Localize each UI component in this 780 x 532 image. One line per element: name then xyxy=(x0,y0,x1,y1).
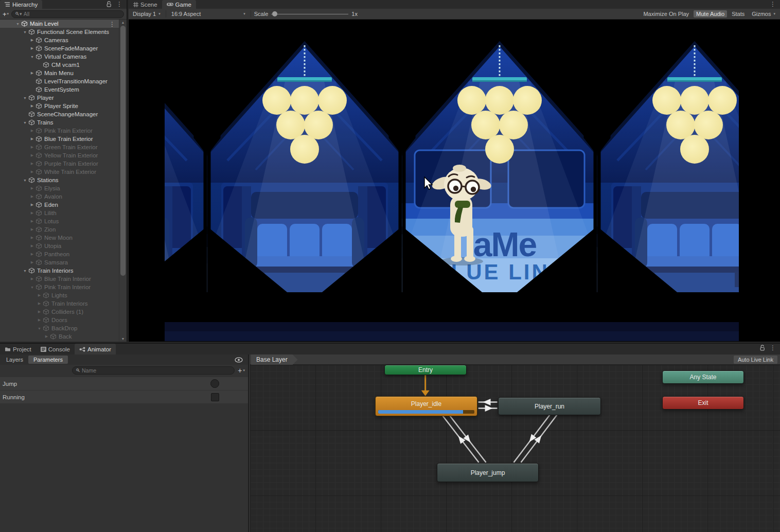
hierarchy-item[interactable]: BackDrop xyxy=(0,324,119,332)
gizmos-dropdown[interactable]: Gizmos▾ xyxy=(749,10,778,17)
scale-slider[interactable] xyxy=(271,14,348,14)
hierarchy-item[interactable]: Zion xyxy=(0,225,119,234)
hierarchy-item[interactable]: Train Interiors xyxy=(0,267,119,275)
game-viewport[interactable]: aMe BLUE LINE xyxy=(129,20,780,342)
lock-icon[interactable] xyxy=(107,1,112,7)
parameter-row[interactable]: Running xyxy=(0,391,248,403)
expand-arrow-icon[interactable] xyxy=(22,30,28,34)
stats-button[interactable]: Stats xyxy=(729,10,747,17)
expand-arrow-icon[interactable] xyxy=(29,162,36,166)
expand-arrow-icon[interactable] xyxy=(36,302,43,306)
game-menu-icon[interactable]: ⋮ xyxy=(770,1,776,7)
hierarchy-item[interactable]: Pink Train Interior xyxy=(0,283,119,291)
hierarchy-item[interactable]: CM vcam1 xyxy=(0,61,119,69)
parameter-row[interactable]: Jump xyxy=(0,377,248,390)
state-machine-graph[interactable]: Entry Any State Exit Player_idle Player_… xyxy=(250,365,780,532)
tab-scene[interactable]: Scene xyxy=(129,0,162,9)
state-node-exit[interactable]: Exit xyxy=(662,396,744,410)
tab-game[interactable]: Game xyxy=(162,0,196,9)
hierarchy-item[interactable]: White Train Exterior xyxy=(0,168,119,176)
transition-run-jump[interactable] xyxy=(514,415,557,462)
expand-arrow-icon[interactable] xyxy=(29,55,36,59)
tab-animator[interactable]: Animator xyxy=(75,344,116,354)
expand-arrow-icon[interactable] xyxy=(14,22,21,26)
scale-slider-handle[interactable] xyxy=(272,11,277,16)
hierarchy-item[interactable]: Cameras xyxy=(0,36,119,44)
hierarchy-item[interactable]: Lotus xyxy=(0,217,119,225)
expand-arrow-icon[interactable] xyxy=(29,104,36,108)
expand-arrow-icon[interactable] xyxy=(43,334,50,339)
hierarchy-item[interactable]: Main Menu xyxy=(0,69,119,77)
hierarchy-item[interactable]: Colliders (1) xyxy=(0,308,119,316)
scene-options-icon[interactable]: ⋮ xyxy=(109,21,115,28)
hierarchy-item[interactable]: Samsara xyxy=(0,258,119,267)
hierarchy-item[interactable]: Main Level xyxy=(0,20,119,28)
hierarchy-item[interactable]: Back xyxy=(0,332,119,341)
hierarchy-item[interactable]: Pink Train Exterior xyxy=(0,127,119,135)
expand-arrow-icon[interactable] xyxy=(29,244,36,248)
mute-audio-button[interactable]: Mute Audio xyxy=(694,10,727,17)
expand-arrow-icon[interactable] xyxy=(29,186,36,190)
expand-arrow-icon[interactable] xyxy=(29,129,36,133)
expand-arrow-icon[interactable] xyxy=(22,269,28,273)
breadcrumb[interactable]: Base Layer xyxy=(251,354,298,365)
parameter-search[interactable]: 🔍︎ xyxy=(72,366,235,375)
expand-arrow-icon[interactable] xyxy=(29,260,36,264)
state-node-entry[interactable]: Entry xyxy=(384,365,467,375)
hierarchy-item[interactable]: EventSystem xyxy=(0,85,119,94)
hierarchy-item[interactable]: Virtual Cameras xyxy=(0,52,119,61)
expand-arrow-icon[interactable] xyxy=(29,170,36,174)
state-node-player-run[interactable]: Player_run xyxy=(498,397,601,415)
hierarchy-item[interactable]: Functional Scene Elements xyxy=(0,28,119,36)
hierarchy-item[interactable]: Player Sprite xyxy=(0,102,119,110)
tab-console[interactable]: Console xyxy=(36,344,75,354)
expand-arrow-icon[interactable] xyxy=(29,252,36,256)
expand-arrow-icon[interactable] xyxy=(22,179,28,182)
hierarchy-item[interactable]: New Moon xyxy=(0,234,119,242)
auto-live-link-button[interactable]: Auto Live Link xyxy=(734,356,777,364)
expand-arrow-icon[interactable] xyxy=(36,310,43,314)
parameter-value-control[interactable] xyxy=(211,393,219,401)
tab-layers[interactable]: Layers xyxy=(1,356,28,364)
hierarchy-item[interactable]: Train Interiors xyxy=(0,299,119,308)
hierarchy-item[interactable]: Blue Train Interior xyxy=(0,275,119,283)
hierarchy-search-input[interactable] xyxy=(24,11,120,17)
hierarchy-item[interactable]: Green Train Exterior xyxy=(0,143,119,151)
lock-icon[interactable] xyxy=(760,345,765,351)
expand-arrow-icon[interactable] xyxy=(29,137,36,141)
panel-menu-icon[interactable]: ⋮ xyxy=(770,345,776,351)
tab-hierarchy[interactable]: Hierarchy xyxy=(0,0,42,9)
expand-arrow-icon[interactable] xyxy=(29,236,36,240)
transition-entry-idle[interactable] xyxy=(421,391,430,396)
hierarchy-item[interactable]: Eden xyxy=(0,201,119,209)
hierarchy-item[interactable]: LevelTransitionManager xyxy=(0,77,119,85)
expand-arrow-icon[interactable] xyxy=(29,194,36,199)
expand-arrow-icon[interactable] xyxy=(29,286,36,289)
parameter-value-control[interactable] xyxy=(210,379,219,388)
expand-arrow-icon[interactable] xyxy=(29,211,36,215)
state-node-player-jump[interactable]: Player_jump xyxy=(437,463,539,482)
hierarchy-item[interactable]: Lights xyxy=(0,291,119,299)
display-dropdown[interactable]: Display 1▾ xyxy=(131,11,163,17)
maximize-on-play-button[interactable]: Maximize On Play xyxy=(641,10,692,17)
expand-arrow-icon[interactable] xyxy=(29,38,36,42)
hierarchy-item[interactable]: Utopia xyxy=(0,242,119,250)
hierarchy-item[interactable]: Blue Train Exterior xyxy=(0,135,119,143)
add-gameobject-button[interactable]: +▾ xyxy=(3,10,9,18)
transition-idle-jump[interactable] xyxy=(443,416,486,462)
hierarchy-item[interactable]: Lilith xyxy=(0,209,119,217)
expand-arrow-icon[interactable] xyxy=(36,318,43,322)
scrollbar-thumb[interactable] xyxy=(120,26,126,276)
state-node-any-state[interactable]: Any State xyxy=(662,370,744,384)
expand-arrow-icon[interactable] xyxy=(36,293,43,297)
hierarchy-item[interactable]: Doors xyxy=(0,316,119,324)
hierarchy-item[interactable]: SceneChangeManager xyxy=(0,110,119,118)
expand-arrow-icon[interactable] xyxy=(29,227,36,232)
hierarchy-item[interactable]: Pantheon xyxy=(0,250,119,258)
hierarchy-item[interactable]: Stations xyxy=(0,176,119,184)
hierarchy-scrollbar[interactable]: ▲ ▼ xyxy=(119,20,127,342)
state-node-player-idle[interactable]: Player_idle xyxy=(375,396,477,416)
expand-arrow-icon[interactable] xyxy=(29,277,36,281)
expand-arrow-icon[interactable] xyxy=(29,153,36,157)
scroll-down-icon[interactable]: ▼ xyxy=(119,337,127,341)
